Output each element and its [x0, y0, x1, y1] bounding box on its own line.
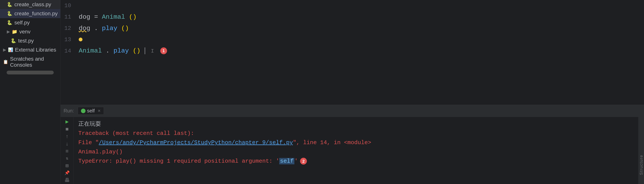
- code-line-11: 11 dog = Animal (): [60, 11, 644, 23]
- token-fn: play: [102, 25, 117, 32]
- run-tab-icon: [81, 109, 86, 113]
- line-number: 11: [60, 11, 76, 23]
- cursor-label: I: [151, 48, 154, 54]
- code-editor[interactable]: 10 11 dog = Animal () 12 dog . p: [60, 0, 644, 105]
- run-button[interactable]: ▶: [62, 118, 72, 125]
- line-content: Animal . play () I 1: [76, 45, 167, 57]
- token-var: dog: [79, 25, 90, 32]
- code-line-14: 14 Animal . play () I 1: [60, 45, 644, 57]
- error-badge-1: 1: [160, 47, 167, 54]
- token-class: Animal: [79, 47, 102, 54]
- sidebar-item-label: External Libraries: [15, 47, 56, 53]
- run-label: Run:: [64, 108, 74, 114]
- sidebar-item-label: create_function.py: [14, 10, 58, 17]
- python-file-icon: 🐍: [10, 38, 16, 43]
- sidebar-scrollbar[interactable]: [0, 70, 60, 75]
- print-button[interactable]: 🖶: [62, 177, 72, 184]
- run-tab-close[interactable]: ×: [98, 108, 100, 114]
- line-number: 12: [60, 23, 76, 34]
- sidebar-item-create-class[interactable]: 🐍 create_class.py: [0, 0, 60, 9]
- line-number: 14: [60, 45, 76, 57]
- line-content: [76, 34, 84, 45]
- output-line-typeerror: TypeError: play() missing 1 required pos…: [78, 157, 634, 166]
- python-file-icon: 🐍: [7, 11, 12, 16]
- self-highlight: self: [279, 158, 294, 164]
- token-paren: (): [133, 47, 140, 54]
- output-line-animal-play: Animal.play(): [78, 148, 634, 156]
- external-libraries-icon: 📊: [8, 47, 13, 52]
- editor-area: 10 11 dog = Animal () 12 dog . p: [60, 0, 644, 184]
- code-line-12: 12 dog . play (): [60, 23, 644, 34]
- run-content-wrapper: ▶ ■ ↑ ↓ ≡ ⇅ ⊞ 📌 🖶 正在玩耍 Traceback (most r…: [60, 117, 644, 184]
- line-number: 13: [60, 34, 76, 45]
- structure-panel[interactable]: Structure: [638, 117, 644, 184]
- token-paren: (): [121, 25, 129, 32]
- line-content: dog . play (): [76, 23, 129, 34]
- run-side-toolbar: ▶ ■ ↑ ↓ ≡ ⇅ ⊞ 📌 🖶: [60, 117, 74, 184]
- token-var: dog: [79, 13, 90, 20]
- token-dot: .: [94, 25, 98, 32]
- folder-icon: 📁: [12, 29, 18, 34]
- code-line-13: 13: [60, 34, 644, 45]
- file-tree: 🐍 create_class.py 🐍 create_function.py 🐍…: [0, 0, 60, 184]
- file-link[interactable]: /Users/andy/PycharmProjects/StudyPython/…: [99, 139, 293, 146]
- scroll-down-button[interactable]: ↓: [62, 141, 72, 147]
- menu-button[interactable]: ≡: [62, 149, 72, 154]
- scrollbar-thumb: [6, 71, 54, 74]
- grid-button[interactable]: ⊞: [62, 163, 72, 169]
- folder-expand-arrow: ▶: [7, 29, 10, 34]
- sidebar-item-label: Scratches and Consoles: [10, 56, 57, 68]
- sort-button[interactable]: ⇅: [62, 156, 72, 161]
- sidebar-folder-venv[interactable]: ▶ 📁 venv: [0, 27, 60, 36]
- code-line-10: 10: [60, 0, 644, 11]
- sidebar-external-libraries[interactable]: ▶ 📊 External Libraries: [0, 45, 60, 54]
- breakpoint-dot: [79, 38, 82, 41]
- output-line-file: File "/Users/andy/PycharmProjects/StudyP…: [78, 139, 634, 147]
- sidebar-item-self[interactable]: 🐍 self.py: [0, 18, 60, 27]
- output-line-chinese: 正在玩耍: [78, 120, 634, 129]
- run-panel: Run: self × ▶ ■ ↑ ↓ ≡ ⇅ ⊞ 📌 🖶: [60, 105, 644, 184]
- sidebar-item-label: create_class.py: [14, 1, 51, 7]
- line-content: dog = Animal (): [76, 11, 136, 23]
- sidebar-item-test[interactable]: 🐍 test.py: [0, 36, 60, 45]
- token-paren: (): [129, 13, 136, 20]
- structure-label: Structure: [639, 155, 644, 175]
- sidebar-item-create-function[interactable]: 🐍 create_function.py: [0, 9, 60, 18]
- run-tab-label: self: [87, 108, 94, 114]
- run-tab-self[interactable]: self ×: [78, 107, 104, 115]
- output-line-traceback: Traceback (most recent call last):: [78, 129, 634, 138]
- run-toolbar: Run: self ×: [60, 105, 644, 117]
- line-number: 10: [60, 0, 76, 11]
- scratches-icon: 📋: [3, 59, 8, 64]
- scroll-up-button[interactable]: ↑: [62, 134, 72, 140]
- sidebar-item-label: test.py: [18, 38, 34, 44]
- error-badge-2: 2: [300, 158, 307, 165]
- token-op: =: [94, 13, 102, 20]
- stop-button[interactable]: ■: [62, 126, 72, 132]
- python-file-icon: 🐍: [7, 2, 12, 7]
- sidebar-scratches-consoles[interactable]: 📋 Scratches and Consoles: [0, 54, 60, 69]
- token-fn: play: [114, 47, 129, 54]
- run-output: 正在玩耍 Traceback (most recent call last): …: [74, 117, 638, 184]
- python-file-icon: 🐍: [7, 20, 12, 25]
- pin-button[interactable]: 📌: [62, 171, 72, 176]
- sidebar-item-label: self.py: [14, 20, 30, 26]
- token-class: Animal: [102, 13, 125, 20]
- folder-expand-arrow: ▶: [3, 47, 6, 52]
- text-cursor: [145, 47, 145, 54]
- token-dot: .: [106, 47, 110, 54]
- sidebar-item-label: venv: [19, 29, 30, 35]
